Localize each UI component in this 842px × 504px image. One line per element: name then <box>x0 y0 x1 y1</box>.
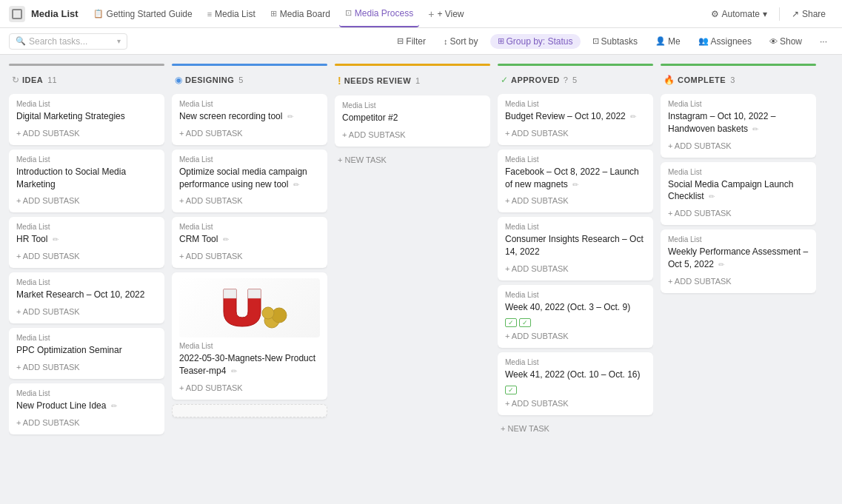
filter-button[interactable]: ⊟ Filter <box>391 34 432 49</box>
approved-header: ✓ APPROVED ? 5 <box>498 70 653 90</box>
filter-icon: ⊟ <box>397 36 404 46</box>
new-task-btn[interactable]: + NEW TASK <box>335 151 490 169</box>
table-row: Media List Introduction to Social Media … <box>9 149 164 213</box>
approved-bar <box>498 64 653 66</box>
add-subtask-btn[interactable]: + ADD SUBTASK <box>505 263 646 275</box>
edit-icon: ✏ <box>287 112 293 121</box>
table-row: Media List Week 41, 2022 (Oct. 10 – Oct.… <box>498 352 653 415</box>
add-subtask-btn[interactable]: + ADD SUBTASK <box>179 195 320 206</box>
column-designing: ◉ DESIGNING 5 Media List New screen reco… <box>172 64 327 495</box>
assignees-icon: 👥 <box>698 36 709 46</box>
tab-media-board[interactable]: ⊞ Media Board <box>264 0 336 27</box>
table-row: Media List New Product Line Idea ✏ + ADD… <box>9 383 164 434</box>
designing-bar <box>172 64 327 66</box>
app-title: Media List <box>31 8 78 19</box>
add-subtask-btn[interactable]: + ADD SUBTASK <box>16 361 157 373</box>
complete-cards: Media List Instagram – Oct 10, 2022 – Ha… <box>661 94 816 495</box>
show-icon: 👁 <box>769 37 778 46</box>
edit-icon: ✏ <box>223 235 229 243</box>
group-by-button[interactable]: ⊞ Group by: Status <box>490 34 581 49</box>
status-tag: ✓ <box>505 386 517 394</box>
table-row: Media List HR Tool ✏ + ADD SUBTASK <box>9 217 164 268</box>
column-approved: ✓ APPROVED ? 5 Media List Budget Review … <box>498 64 653 495</box>
add-subtask-btn[interactable]: + ADD SUBTASK <box>668 140 809 152</box>
subtasks-button[interactable]: ⊡ Subtasks <box>587 34 644 49</box>
add-subtask-btn[interactable]: + ADD SUBTASK <box>16 250 157 262</box>
tab-media-process[interactable]: ⊡ Media Process <box>339 0 419 27</box>
column-complete: 🔥 COMPLETE 3 Media List Instagram – Oct … <box>661 64 816 495</box>
idea-bar <box>9 64 164 66</box>
table-row: Media List Digital Marketing Strategies … <box>9 94 164 145</box>
share-button[interactable]: ↗ Share <box>784 6 833 22</box>
board: ↻ IDEA 11 Media List Digital Marketing S… <box>0 55 842 504</box>
subtasks-icon: ⊡ <box>592 36 599 46</box>
sort-button[interactable]: ↕ Sort by <box>438 34 484 49</box>
designing-header: ◉ DESIGNING 5 <box>172 70 327 90</box>
tab-media-list[interactable]: ≡ Media List <box>201 0 261 27</box>
designing-icon: ◉ <box>175 75 182 85</box>
table-row: Media List Instagram – Oct 10, 2022 – Ha… <box>661 94 816 158</box>
app-logo <box>9 6 25 22</box>
designing-cards: Media List New screen recording tool ✏ +… <box>172 94 327 495</box>
add-subtask-btn[interactable]: + ADD SUBTASK <box>342 129 483 141</box>
edit-icon: ✏ <box>752 125 758 133</box>
add-subtask-btn[interactable]: + ADD SUBTASK <box>179 250 320 262</box>
add-subtask-btn[interactable]: + ADD SUBTASK <box>505 330 646 342</box>
toolbar: 🔍 Search tasks... ▾ ⊟ Filter ↕ Sort by ⊞… <box>0 28 842 55</box>
top-nav: Media List 📋 Getting Started Guide ≡ Med… <box>0 0 842 28</box>
approved-cards: Media List Budget Review – Oct 10, 2022 … <box>498 94 653 495</box>
sort-icon: ↕ <box>444 37 448 46</box>
table-row: Media List CRM Tool ✏ + ADD SUBTASK <box>172 217 327 268</box>
complete-icon: 🔥 <box>664 75 675 85</box>
add-subtask-btn[interactable]: + ADD SUBTASK <box>505 127 646 139</box>
add-subtask-btn[interactable]: + ADD SUBTASK <box>668 275 809 287</box>
idea-cards: Media List Digital Marketing Strategies … <box>9 94 164 495</box>
edit-icon: ✏ <box>630 112 636 121</box>
needs-review-header: ! NEEDS REVIEW 1 <box>335 70 490 91</box>
column-needs-review: ! NEEDS REVIEW 1 Media List Competitor #… <box>335 64 490 495</box>
review-icon: ! <box>338 75 341 87</box>
add-subtask-btn[interactable]: + ADD SUBTASK <box>179 382 320 394</box>
edit-icon: ✏ <box>709 192 715 201</box>
idea-header: ↻ IDEA 11 <box>9 70 164 90</box>
table-row: Media List New screen recording tool ✏ +… <box>172 94 327 145</box>
search-box[interactable]: 🔍 Search tasks... ▾ <box>9 33 127 50</box>
tab-view-plus[interactable]: + + View <box>422 0 470 27</box>
add-subtask-btn[interactable]: + ADD SUBTASK <box>505 195 646 206</box>
nav-divider <box>779 7 780 21</box>
add-subtask-btn[interactable]: + ADD SUBTASK <box>505 397 646 409</box>
table-row: Media List Competitor #2 + ADD SUBTASK <box>335 95 490 147</box>
table-row: Media List Budget Review – Oct 10, 2022 … <box>498 94 653 145</box>
needs-review-cards: Media List Competitor #2 + ADD SUBTASK +… <box>335 95 490 495</box>
add-subtask-btn[interactable]: + ADD SUBTASK <box>668 207 809 219</box>
add-subtask-btn[interactable]: + ADD SUBTASK <box>16 306 157 317</box>
show-button[interactable]: 👁 Show <box>764 34 808 49</box>
svg-point-1 <box>272 308 287 323</box>
edit-icon: ✏ <box>572 181 578 189</box>
assignees-button[interactable]: 👥 Assignees <box>692 34 758 49</box>
table-row: Media List Social Media Campaign Launch … <box>661 162 816 226</box>
table-row: Media List Week 40, 2022 (Oct. 3 – Oct. … <box>498 285 653 348</box>
add-subtask-btn[interactable]: + ADD SUBTASK <box>16 195 157 206</box>
needs-review-bar <box>335 64 490 66</box>
tab-getting-started[interactable]: 📋 Getting Started Guide <box>87 0 198 27</box>
add-subtask-btn[interactable]: + ADD SUBTASK <box>16 417 157 429</box>
edit-icon: ✏ <box>53 235 59 243</box>
table-row <box>172 404 327 417</box>
edit-icon: ✏ <box>718 261 724 269</box>
automate-button[interactable]: ⚙ Automate ▾ <box>704 6 775 22</box>
svg-point-2 <box>262 307 274 319</box>
table-row: Media List Optimize social media campaig… <box>172 149 327 213</box>
add-subtask-btn[interactable]: + ADD SUBTASK <box>16 127 157 139</box>
add-subtask-btn[interactable]: + ADD SUBTASK <box>179 127 320 139</box>
more-button[interactable]: ··· <box>814 34 833 49</box>
group-icon: ⊞ <box>498 36 504 46</box>
me-button[interactable]: 👤 Me <box>649 34 686 49</box>
status-tag: ✓ <box>519 318 531 327</box>
new-task-btn[interactable]: + NEW TASK <box>498 420 653 437</box>
column-idea: ↻ IDEA 11 Media List Digital Marketing S… <box>9 64 164 495</box>
table-row: Media List Weekly Performance Assessment… <box>661 229 816 293</box>
card-image <box>179 278 320 337</box>
table-row: Media List PPC Optimization Seminar + AD… <box>9 328 164 379</box>
complete-header: 🔥 COMPLETE 3 <box>661 70 816 90</box>
